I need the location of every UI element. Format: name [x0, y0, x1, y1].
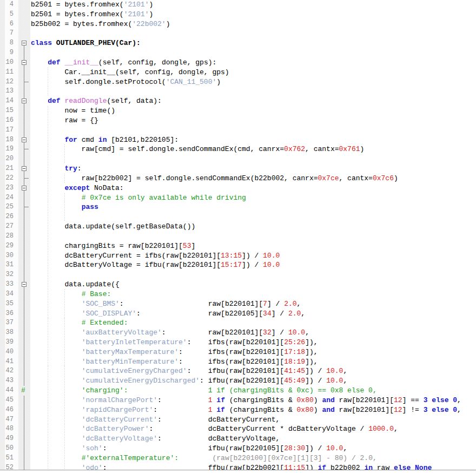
code-text[interactable]: 'dcBatteryPower': dcBatteryCurrent * dcB… [30, 424, 476, 434]
fold-toggle[interactable] [18, 135, 30, 145]
fold-toggle[interactable] [18, 164, 30, 174]
code-line[interactable]: 36 'SOC_DISPLAY': raw[b220105][34] / 2.0… [0, 309, 476, 319]
code-line[interactable]: 16 raw = {} [0, 116, 476, 126]
code-line[interactable]: 25 pass [0, 202, 476, 212]
code-text[interactable]: 'charging': 1 if (chargingBits & 0xc) ==… [30, 386, 476, 396]
code-line[interactable]: 24 # 0x7ce is only available while drivi… [0, 193, 476, 203]
code-text[interactable]: b2501 = bytes.fromhex('2101') [30, 0, 476, 10]
code-text[interactable]: #'externalTemperature': (raw[b220100][0x… [30, 454, 476, 463]
code-text[interactable]: raw[b22b002] = self.dongle.sendCommandEx… [30, 174, 476, 183]
line-number[interactable]: 4 [5, 0, 18, 10]
code-text[interactable]: dcBatteryVoltage = ifbu(raw[b220101][15:… [30, 260, 476, 270]
code-text[interactable] [30, 126, 476, 135]
code-line[interactable]: 33 data.update({ [0, 280, 476, 290]
line-number[interactable]: 11 [5, 68, 18, 77]
fold-collapse-icon[interactable] [22, 166, 27, 171]
line-number[interactable]: 5 [5, 10, 18, 19]
code-line[interactable]: 47 'dcBatteryCurrent': dcBatteryCurrent, [0, 415, 476, 425]
code-line[interactable]: 35 'SOC_BMS': raw[b220101][7] / 2.0, [0, 299, 476, 309]
line-number[interactable]: 26 [5, 212, 18, 222]
code-line[interactable]: 18 for cmd in [b2101,b220105]: [0, 135, 476, 145]
code-text[interactable]: raw[cmd] = self.dongle.sendCommandEx(cmd… [30, 144, 476, 154]
fold-collapse-icon[interactable] [22, 41, 27, 45]
line-number[interactable]: 49 [5, 434, 18, 444]
fold-toggle[interactable] [18, 38, 30, 48]
code-text[interactable]: dcBatteryCurrent = ifbs(raw[b220101][13:… [30, 251, 476, 261]
code-text[interactable]: try: [30, 164, 476, 174]
fold-toggle[interactable] [18, 96, 30, 106]
code-line[interactable]: 37 # Extended: [0, 318, 476, 328]
code-line[interactable]: 34 # Base: [0, 290, 476, 299]
code-text[interactable]: 'normalChargePort': 1 if (chargingBits &… [30, 396, 476, 405]
code-line[interactable]: 49 'dcBatteryVoltage': dcBatteryVoltage, [0, 434, 476, 444]
code-text[interactable]: pass [30, 202, 476, 212]
code-line[interactable]: 51 #'externalTemperature': (raw[b220100]… [0, 454, 476, 463]
line-number[interactable]: 33 [5, 280, 18, 290]
code-line[interactable]: 4b2501 = bytes.fromhex('2101') [0, 0, 476, 10]
line-number[interactable]: 24 [5, 193, 18, 203]
code-line[interactable]: 45 'normalChargePort': 1 if (chargingBit… [0, 396, 476, 405]
line-number[interactable]: 50 [5, 444, 18, 454]
line-number[interactable]: 28 [5, 232, 18, 241]
line-number[interactable]: 45 [5, 396, 18, 405]
code-line[interactable]: 27 data.update(self.getBaseData()) [0, 222, 476, 232]
code-text[interactable]: def __init__(self, config, dongle, gps): [30, 58, 476, 68]
code-line[interactable]: 29 chargingBits = raw[b220101][53] [0, 241, 476, 251]
code-text[interactable]: # Base: [30, 290, 476, 299]
code-line[interactable]: 32 [0, 270, 476, 280]
line-number[interactable]: 40 [5, 347, 18, 357]
code-line[interactable]: 14 def readDongle(self, data): [0, 96, 476, 106]
code-text[interactable]: class OUTLANDER_PHEV(Car): [30, 38, 476, 48]
code-line[interactable]: 6b25b002 = bytes.fromhex('22b002') [0, 19, 476, 29]
code-text[interactable]: except NoData: [30, 183, 476, 193]
code-text[interactable]: 'dcBatteryVoltage': dcBatteryVoltage, [30, 434, 476, 444]
code-text[interactable] [30, 48, 476, 58]
code-text[interactable]: 'batteryInletTemperature': ifbs(raw[b220… [30, 338, 476, 347]
code-text[interactable]: def readDongle(self, data): [30, 96, 476, 106]
code-line[interactable]: 46 'rapidChargePort': 1 if (chargingBits… [0, 405, 476, 415]
code-text[interactable]: data.update(self.getBaseData()) [30, 222, 476, 232]
code-text[interactable]: 'batteryMaxTemperature': ifbs(raw[b22010… [30, 347, 476, 357]
code-text[interactable]: 'cumulativeEnergyDischarged': ifbu(raw[b… [30, 376, 476, 386]
line-number[interactable]: 27 [5, 222, 18, 232]
code-line[interactable]: 48 'dcBatteryPower': dcBatteryCurrent * … [0, 424, 476, 434]
code-line[interactable]: 13 [0, 87, 476, 96]
line-number[interactable]: 13 [5, 87, 18, 96]
code-text[interactable]: 'SOC_DISPLAY': raw[b220105][34] / 2.0, [30, 309, 476, 319]
code-line[interactable]: 43 'cumulativeEnergyDischarged': ifbu(ra… [0, 376, 476, 386]
code-text[interactable]: data.update({ [30, 280, 476, 290]
code-line[interactable]: 40 'batteryMaxTemperature': ifbs(raw[b22… [0, 347, 476, 357]
code-text[interactable]: 'dcBatteryCurrent': dcBatteryCurrent, [30, 415, 476, 425]
code-line[interactable]: 44# 'charging': 1 if (chargingBits & 0xc… [0, 386, 476, 396]
code-line[interactable]: 26 [0, 212, 476, 222]
code-text[interactable]: 'soh': ifbu(raw[b220105][28:30]) / 10.0, [30, 444, 476, 454]
line-number[interactable]: 18 [5, 135, 18, 145]
code-line[interactable]: 41 'batteryMinTemperature': ifbs(raw[b22… [0, 357, 476, 367]
code-line[interactable]: 10 def __init__(self, config, dongle, gp… [0, 58, 476, 68]
line-number[interactable]: 25 [5, 202, 18, 212]
line-number[interactable]: 7 [5, 29, 18, 38]
code-text[interactable] [30, 232, 476, 241]
line-number[interactable]: 36 [5, 309, 18, 319]
code-line[interactable]: 30 dcBatteryCurrent = ifbs(raw[b220101][… [0, 251, 476, 261]
code-text[interactable] [30, 154, 476, 164]
line-number[interactable]: 17 [5, 126, 18, 135]
code-text[interactable]: chargingBits = raw[b220101][53] [30, 241, 476, 251]
fold-toggle[interactable] [18, 183, 30, 193]
code-line[interactable]: 19 raw[cmd] = self.dongle.sendCommandEx(… [0, 144, 476, 154]
line-number[interactable]: 10 [5, 58, 18, 68]
code-text[interactable]: 'rapidChargePort': 1 if (chargingBits & … [30, 405, 476, 415]
code-line[interactable]: 17 [0, 126, 476, 135]
fold-toggle[interactable] [18, 280, 30, 290]
code-text[interactable]: 'SOC_BMS': raw[b220101][7] / 2.0, [30, 299, 476, 309]
code-line[interactable]: 21 try: [0, 164, 476, 174]
code-text[interactable] [30, 29, 476, 38]
line-number[interactable]: 20 [5, 154, 18, 164]
code-text[interactable] [30, 87, 476, 96]
line-number[interactable]: 16 [5, 116, 18, 126]
code-line[interactable]: 5b2501 = bytes.fromhex('2101') [0, 10, 476, 19]
line-number[interactable]: 9 [5, 48, 18, 58]
code-text[interactable]: b2501 = bytes.fromhex('2101') [30, 10, 476, 19]
code-line[interactable]: 28 [0, 232, 476, 241]
line-number[interactable]: 8 [5, 38, 18, 48]
